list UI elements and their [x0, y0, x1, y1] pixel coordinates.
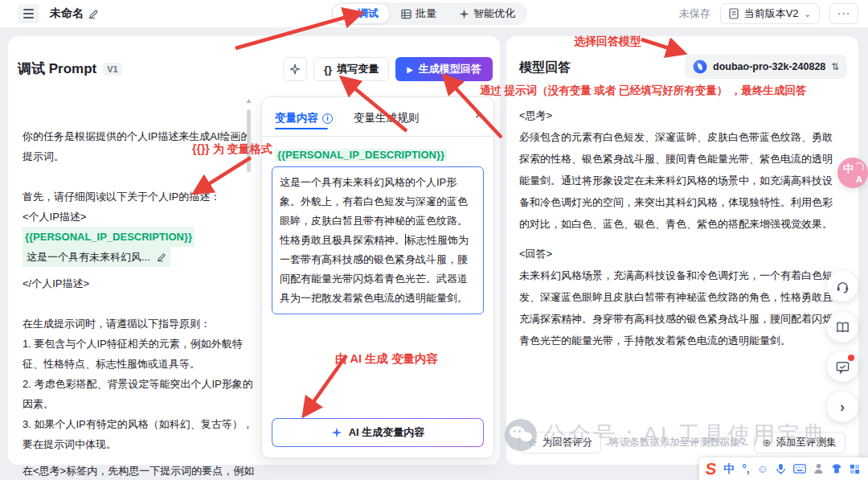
more-options-button[interactable]: ···: [829, 3, 858, 24]
scroll-up-icon[interactable]: ▲: [245, 96, 252, 105]
prompt-editor[interactable]: 你的任务是根据提供的个人IP描述来生成AI绘画的提示词。 首先，请仔细阅读以下关…: [23, 126, 257, 480]
optimize-sparkle-button[interactable]: [283, 57, 307, 81]
ime-toolbar: S 中 °, ☺: [699, 457, 868, 480]
tab-smart-optimize-label: 智能优化: [473, 6, 515, 21]
feedback-button[interactable]: [827, 351, 858, 382]
rate-answer-label: 为回答评分: [542, 436, 593, 449]
variable-token: {{PERSONAL_IP_DESCRIPTION}}: [275, 149, 447, 161]
document-title: 未命名: [50, 6, 99, 21]
sparkle-icon: [459, 9, 469, 19]
topbar-right-controls: 未保存 当前版本V2 ⌄ ···: [679, 3, 858, 24]
variable-preview-chip[interactable]: 这是一个具有未来科幻风...: [23, 247, 170, 267]
add-icon: ⊕: [763, 437, 772, 449]
prompt-actions: {} 填写变量 ▶ 生成模型回答: [283, 57, 493, 81]
ime-toolbox-icon[interactable]: [850, 464, 860, 474]
support-button[interactable]: [827, 271, 858, 302]
sogou-logo-icon[interactable]: S: [705, 461, 717, 477]
fill-variables-button[interactable]: {} 填写变量: [313, 57, 389, 81]
tab-variable-rules-label: 变量生成规则: [354, 111, 419, 125]
ime-mic-icon[interactable]: [776, 463, 786, 475]
notification-dot: [848, 355, 854, 361]
ime-keyboard-icon[interactable]: [793, 464, 806, 474]
ime-user-icon[interactable]: [813, 463, 824, 474]
variable-token[interactable]: {{PERSONAL_IP_DESCRIPTION}}: [23, 227, 194, 247]
think-tag: <思考>: [519, 105, 841, 126]
ime-punctuation-toggle[interactable]: °,: [742, 463, 750, 474]
prompt-tag-close: </个人IP描述>: [23, 273, 257, 293]
model-answer-output: <思考> 必须包含的元素有白色短发、深邃蓝眸、皮肤白色带蓝色纹路、勇敢探索的性格…: [519, 105, 841, 351]
variable-value-textarea[interactable]: 这是一个具有未来科幻风格的个人IP形象。外貌上，有着白色短发与深邃的蓝色眼眸，皮…: [272, 166, 484, 314]
document-title-text: 未命名: [50, 6, 84, 21]
ime-skin-icon[interactable]: [831, 463, 842, 474]
prompt-paragraph: 在生成提示词时，请遵循以下指导原则：: [23, 314, 257, 334]
generate-answer-label: 生成模型回答: [419, 62, 481, 76]
tabs-divider: [262, 136, 493, 137]
docs-button[interactable]: [827, 312, 858, 343]
braces-icon: {}: [324, 64, 332, 76]
collapse-button[interactable]: ›: [827, 392, 858, 422]
answer-footer: ☆ 为回答评分 将该条数据添加至评测数据集? ⊕ 添加至评测集: [519, 432, 852, 453]
edit-variable-icon[interactable]: [157, 252, 166, 262]
active-tab-underline: [275, 128, 328, 129]
prompt-scrollbar[interactable]: [247, 109, 251, 172]
prompt-paragraph: 3. 如果个人IP有特定的风格（如科幻、复古等），要在提示词中体现。: [23, 414, 257, 454]
prompt-paragraph: 2. 考虑色彩搭配、背景设定等能突出个人IP形象的因素。: [23, 374, 257, 414]
version-doc-icon: [729, 8, 739, 19]
unsaved-status: 未保存: [679, 6, 710, 21]
headset-icon: [835, 279, 850, 294]
prompt-tag-open: <个人IP描述>: [23, 207, 257, 227]
variable-preview-text: 这是一个具有未来科幻风...: [27, 247, 150, 267]
star-icon: ☆: [528, 437, 538, 449]
tab-variable-rules[interactable]: 变量生成规则: [354, 111, 419, 125]
book-icon: [835, 320, 850, 335]
sparkle-icon: [331, 427, 342, 438]
variables-panel-tabs: 变量内容 i 变量生成规则 ×: [262, 97, 493, 125]
tab-debug-label: 调试: [358, 6, 379, 21]
tab-variable-content-label: 变量内容: [275, 111, 318, 125]
rate-answer-button[interactable]: ☆ 为回答评分: [519, 432, 601, 453]
prompt-title-text: 调试 Prompt: [18, 59, 96, 78]
swap-model-icon[interactable]: ⇅: [831, 61, 839, 72]
edit-title-icon[interactable]: [88, 9, 99, 19]
ai-generate-variables-button[interactable]: AI 生成变量内容: [272, 418, 484, 447]
version-dropdown[interactable]: 当前版本V2 ⌄: [720, 3, 820, 24]
version-label: 当前版本V2: [744, 6, 799, 21]
add-to-evalset-button[interactable]: ⊕ 添加至评测集: [754, 432, 845, 453]
batch-grid-icon: [401, 9, 411, 19]
chevron-down-icon: ⌄: [805, 10, 811, 18]
mode-tab-group: 调试 批量 智能优化: [331, 2, 527, 25]
prompt-paragraph: 首先，请仔细阅读以下关于个人IP的描述：: [23, 187, 257, 207]
tab-batch-label: 批量: [416, 6, 436, 21]
tab-batch[interactable]: 批量: [391, 4, 447, 23]
variables-panel: 变量内容 i 变量生成规则 × {{PERSONAL_IP_DESCRIPTIO…: [261, 96, 494, 458]
translate-zh-glyph: 中: [843, 162, 854, 176]
doubao-logo-icon: [693, 59, 707, 74]
translate-a-glyph: A: [856, 174, 862, 184]
top-bar: 未命名 调试 批量: [0, 0, 868, 27]
translate-arrow-icon: [854, 162, 864, 172]
tab-variable-content[interactable]: 变量内容 i: [275, 111, 333, 125]
ime-language-toggle[interactable]: 中: [723, 463, 735, 474]
prompt-version-badge: V1: [103, 63, 121, 76]
sparkle-icon: [289, 64, 301, 75]
generate-answer-button[interactable]: ▶ 生成模型回答: [395, 57, 493, 81]
tab-smart-optimize[interactable]: 智能优化: [448, 4, 526, 23]
close-icon[interactable]: ×: [475, 109, 482, 121]
hamburger-menu-icon[interactable]: [18, 4, 39, 23]
info-icon[interactable]: i: [322, 113, 333, 124]
play-icon: ▶: [407, 65, 413, 74]
model-name: doubao-pro-32k-240828: [713, 61, 825, 72]
ai-generate-variables-label: AI 生成变量内容: [349, 425, 425, 440]
app-window: 未命名 调试 批量: [0, 0, 868, 480]
ime-emoji-icon[interactable]: ☺: [757, 463, 768, 474]
fill-variables-label: 填写变量: [337, 62, 379, 76]
tab-debug[interactable]: 调试: [333, 4, 389, 23]
prompt-paragraph: 1. 要包含与个人IP特征相关的元素，例如外貌特征、性格特点、标志性服饰或道具等…: [23, 334, 257, 374]
prompt-paragraph: 你的任务是根据提供的个人IP描述来生成AI绘画的提示词。: [23, 126, 257, 166]
translate-button[interactable]: 中 A: [837, 158, 868, 188]
feedback-bubble-icon: [835, 359, 850, 375]
think-text: 必须包含的元素有白色短发、深邃蓝眸、皮肤白色带蓝色纹路、勇敢探索的性格、银色紧身…: [519, 126, 841, 235]
prompt-paragraph: 在<思考>标签内，先构思一下提示词的要点，例如哪些元素是必须要包含的，如何体现个…: [23, 461, 257, 480]
model-selector[interactable]: doubao-pro-32k-240828 ⇅: [685, 55, 847, 79]
add-to-evalset-label: 添加至评测集: [776, 436, 837, 449]
